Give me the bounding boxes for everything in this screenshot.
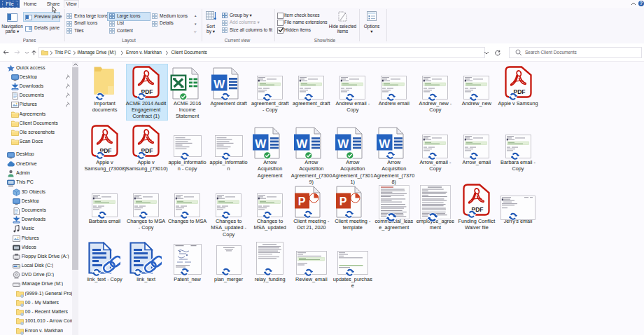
svg-text:P: P [340, 196, 347, 207]
svg-text:W: W [255, 137, 267, 150]
svg-text:W: W [296, 137, 308, 150]
svg-text:W: W [214, 78, 225, 91]
svg-text:W: W [379, 137, 391, 150]
svg-text:P: P [298, 196, 306, 207]
svg-text:W: W [337, 137, 349, 150]
